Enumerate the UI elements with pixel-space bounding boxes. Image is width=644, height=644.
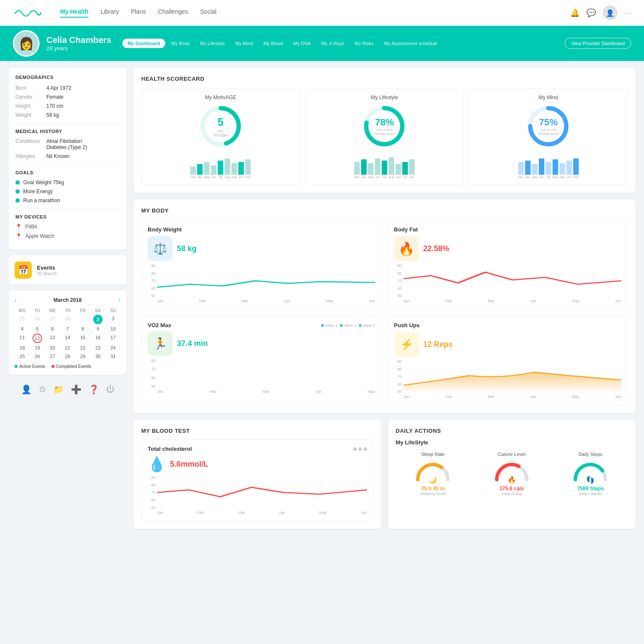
cal-day-today[interactable]: 2: [93, 315, 103, 324]
cal-day[interactable]: 30: [90, 352, 105, 361]
nav-icons: 🔔 💬 👤 ⋯: [570, 6, 631, 20]
demo-gender-value: Female: [46, 94, 64, 100]
folder-icon[interactable]: 📁: [53, 384, 64, 395]
events-title: Events: [37, 264, 57, 271]
chat-icon[interactable]: 💬: [586, 8, 596, 18]
goal-2: More Energy: [15, 188, 120, 194]
demo-born-value: 4 Apr 1972: [46, 85, 71, 91]
cal-day[interactable]: 16: [90, 333, 105, 343]
calorie-sublabel: Keep Going: [474, 492, 549, 496]
bell-icon[interactable]: 🔔: [570, 8, 580, 18]
events-date: 02 March: [37, 271, 57, 276]
nav-link-challenges[interactable]: Challenges: [158, 8, 188, 18]
top-nav: My Health Library Plans Challenges Socia…: [0, 0, 644, 26]
cal-day[interactable]: 28: [60, 352, 75, 361]
calorie-level-card: Calorie Level 🔥 175.6 cals Keep Going: [474, 452, 549, 496]
cholesterol-value: 5.6mmol/L: [170, 460, 208, 469]
blood-test-title: MY BLOOD TEST: [141, 428, 374, 434]
sub-nav-body[interactable]: My Body: [167, 39, 194, 48]
sub-nav-dna[interactable]: My DNA: [289, 39, 315, 48]
cal-day[interactable]: 4: [15, 325, 30, 333]
cal-day[interactable]: 31: [106, 352, 121, 361]
sleep-rate-sublabel: Sleeping Good: [396, 492, 471, 496]
nav-link-plans[interactable]: Plans: [131, 8, 146, 18]
allergies-label: Allergies: [15, 153, 46, 159]
cal-day[interactable]: 24: [106, 343, 121, 352]
nav-link-myhealth[interactable]: My Health: [60, 8, 88, 18]
cal-prev-button[interactable]: ‹: [15, 297, 17, 304]
body-fat-title: Body Fat: [394, 226, 622, 233]
cal-day[interactable]: 26: [30, 352, 45, 361]
cal-day-event[interactable]: 12: [33, 334, 42, 343]
daily-steps-card: Daily Steps 👣 7589 Steps Steps Master: [553, 452, 628, 496]
cal-day[interactable]: 25: [15, 352, 30, 361]
nav-link-social[interactable]: Social: [200, 8, 216, 18]
goal-1: Goal Weight 75kg: [15, 179, 120, 185]
cal-day[interactable]: 10: [106, 325, 121, 333]
sleep-rate-title: Sleep Rate: [396, 452, 471, 457]
cal-month-label: March 2018: [54, 297, 82, 303]
day-head-we: WE: [45, 307, 60, 314]
cal-day[interactable]: 17: [106, 333, 121, 343]
hierarchy-icon[interactable]: ⚙: [39, 384, 46, 395]
cal-day[interactable]: 27: [45, 352, 60, 361]
sub-nav-xrays[interactable]: My X-Rays: [317, 39, 349, 48]
scorecard-title: HEALTH SCORECARD: [141, 76, 628, 82]
scorecard-section: HEALTH SCORECARD My MotivAGE 5 yrs Young…: [134, 68, 635, 193]
logo: [13, 6, 43, 20]
cal-day[interactable]: 15: [75, 333, 90, 343]
cal-day[interactable]: 21: [60, 343, 75, 352]
goal-2-dot: [15, 189, 20, 194]
question-icon[interactable]: ❓: [88, 384, 99, 395]
demo-height-label: Height: [15, 103, 46, 109]
cal-day[interactable]: 26: [30, 314, 45, 325]
cal-day[interactable]: 25: [15, 314, 30, 325]
power-icon[interactable]: ⏻: [106, 384, 115, 395]
cal-day[interactable]: 23: [90, 343, 105, 352]
demo-weight: Weight 58 kg: [15, 112, 120, 118]
cal-day[interactable]: 13: [45, 333, 60, 343]
cal-day[interactable]: 9: [90, 325, 105, 333]
demographics-card: DEMOGRAPICS Born 4 Apr 1972 Gender Femal…: [9, 68, 127, 249]
device-fitbit: 📍 FitBit: [15, 224, 120, 230]
lifestyle-score-card: My Lifestyle 78% Out of 100 Overall Scor…: [305, 88, 464, 185]
sub-nav-assessment[interactable]: My Assessment schedule: [380, 39, 442, 48]
cal-day[interactable]: 28: [60, 314, 75, 325]
cal-day[interactable]: 6: [45, 325, 60, 333]
sub-nav-dashboard[interactable]: My Dashboard: [122, 39, 165, 48]
cal-day[interactable]: 19: [30, 343, 45, 352]
cal-day[interactable]: 5: [30, 325, 45, 333]
sub-nav-blood[interactable]: My Blood: [259, 39, 287, 48]
conditions-row: Conditions Atrial Fibrilation Diabetes (…: [15, 138, 120, 150]
provider-dashboard-button[interactable]: View Provider Dashboard: [565, 38, 631, 49]
user-avatar-nav[interactable]: 👤: [603, 6, 617, 20]
main-content: HEALTH SCORECARD My MotivAGE 5 yrs Young…: [134, 68, 635, 644]
cal-day[interactable]: 3: [106, 314, 121, 325]
lifestyle-subtitle: My LifeStyle: [396, 439, 628, 446]
sub-nav-lifestyle[interactable]: My Lifestyle: [196, 39, 229, 48]
goal-3-dot: [15, 198, 20, 203]
conditions-values: Atrial Fibrilation Diabetes (Type 2): [46, 138, 87, 150]
user-name: Celia Chambers: [46, 35, 111, 45]
cal-day[interactable]: 8: [75, 325, 90, 333]
cal-day[interactable]: 22: [75, 343, 90, 352]
cal-day[interactable]: 11: [15, 333, 30, 343]
day-head-su: SU: [106, 307, 121, 314]
sub-nav-risks[interactable]: My Risks: [350, 39, 378, 48]
cal-day[interactable]: 29: [75, 352, 90, 361]
cal-day[interactable]: 18: [15, 343, 30, 352]
cal-day[interactable]: 20: [45, 343, 60, 352]
body-weight-card: Body Weight ⚖️ 58 kg 9080706050: [141, 220, 382, 310]
plus-icon[interactable]: ➕: [71, 384, 82, 395]
user-info: Celia Chambers 28 years: [46, 35, 111, 52]
cal-day[interactable]: 27: [45, 314, 60, 325]
cal-day[interactable]: 7: [60, 325, 75, 333]
more-icon[interactable]: ⋯: [624, 9, 631, 17]
sub-nav-mind[interactable]: My Mind: [231, 39, 258, 48]
person-icon[interactable]: 👤: [21, 384, 32, 395]
nav-link-library[interactable]: Library: [100, 8, 119, 18]
cal-day[interactable]: 14: [60, 333, 75, 343]
bottom-nav: 👤 ⚙ 📁 ➕ ❓ ⏻: [9, 381, 127, 398]
cal-day[interactable]: [75, 314, 90, 325]
cal-next-button[interactable]: ›: [118, 297, 121, 304]
